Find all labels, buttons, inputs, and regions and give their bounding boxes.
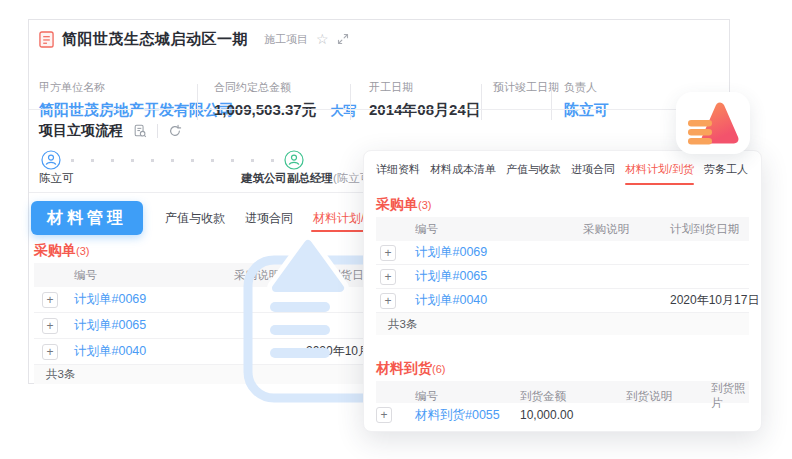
field-contract-amount: 合同约定总金额 1,009,503.37元大写 [214, 80, 357, 120]
plan-order-link[interactable]: 计划单#0040 [74, 343, 234, 360]
col-desc: 采购说明 [583, 222, 670, 237]
expand-row-button[interactable]: + [42, 292, 58, 308]
expand-icon[interactable] [337, 33, 349, 45]
section-title-text: 采购单 [376, 196, 418, 212]
divider [197, 84, 198, 120]
expand-row-button[interactable]: + [42, 344, 58, 360]
app-logo-icon [684, 99, 742, 147]
col-date: 计划到货日期 [670, 222, 749, 237]
uppercase-link[interactable]: 大写 [331, 103, 357, 118]
window-title-row: 简阳世茂生态城启动区一期 施工项目 ☆ [39, 26, 349, 52]
project-title: 简阳世茂生态城启动区一期 [62, 30, 248, 49]
expand-row-button[interactable]: + [380, 293, 396, 309]
section-count: (3) [76, 245, 89, 257]
plan-order-link[interactable]: 计划单#0065 [415, 268, 583, 285]
field-label: 合同约定总金额 [214, 80, 357, 95]
field-finish-date: 预计竣工日期 [493, 80, 559, 101]
table-row: + 计划单#0065 [376, 265, 749, 289]
flow-end-label: 建筑公司副总经理(陈立可) [241, 171, 375, 186]
section-title-text: 材料到货 [376, 360, 432, 376]
divider [481, 84, 482, 120]
tab-input-contract[interactable]: 进项合同 [239, 197, 299, 239]
col-desc: 采购说明 [234, 268, 306, 283]
field-label: 负责人 [564, 80, 609, 95]
cell-date: 2020年10月17日 [670, 292, 759, 309]
tab-output-payment[interactable]: 产值与收款 [506, 162, 561, 177]
plan-order-link[interactable]: 计划单#0069 [74, 291, 234, 308]
col-number: 编号 [74, 268, 234, 283]
flow-header: 项目立项流程 [39, 122, 182, 140]
tab-detail-info[interactable]: 详细资料 [376, 162, 420, 177]
material-management-button[interactable]: 材料管理 [31, 201, 143, 235]
table-header-row: 编号 采购说明 计划到货日期 [376, 217, 749, 241]
field-label: 甲方单位名称 [39, 80, 234, 95]
col-number: 编号 [415, 222, 583, 237]
flow-refresh-icon[interactable] [168, 124, 182, 138]
field-owner: 负责人 陈立可 [564, 80, 609, 120]
table-row: + 计划单#0040 2020年10月17日 [376, 289, 749, 313]
tab-labor-workers[interactable]: 劳务工人 [704, 162, 748, 177]
app-logo-card [676, 92, 750, 154]
field-label: 开工日期 [369, 80, 481, 95]
flow-start-label: 陈立可 [39, 171, 74, 186]
flow-preview-icon[interactable] [133, 124, 147, 138]
flow-end-role: 建筑公司副总经理 [241, 172, 333, 184]
expand-row-button[interactable]: + [380, 245, 396, 261]
arrival-order-link[interactable]: 材料到货#0055 [415, 407, 520, 424]
table-footer: 共3条 [376, 313, 749, 335]
cell-amount: 10,000.00 [520, 408, 626, 422]
tab-material-plan[interactable]: 材料计划/到货 [625, 162, 694, 177]
col-number: 编号 [415, 389, 520, 404]
plan-order-link[interactable]: 计划单#0065 [74, 317, 234, 334]
field-start-date: 开工日期 2014年08月24日 [369, 80, 481, 120]
divider [551, 84, 552, 120]
arrival-section: 材料到货(6) 编号 到货金额 到货说明 到货照片 + 材料到货#0055 10… [376, 359, 749, 427]
document-icon [39, 31, 54, 48]
detail-panel: 详细资料 材料成本清单 产值与收款 进项合同 材料计划/到货 劳务工人 采购单(… [363, 150, 762, 432]
flow-start-user-icon [41, 150, 61, 170]
field-label: 预计竣工日期 [493, 80, 559, 95]
divider [157, 124, 158, 138]
flow-connector [71, 159, 279, 162]
col-desc: 到货说明 [626, 389, 711, 404]
expand-row-button[interactable]: + [42, 318, 58, 334]
purchase-section: 采购单(3) 编号 采购说明 计划到货日期 + 计划单#0069 + 计划单#0… [376, 195, 749, 335]
arrival-section-title: 材料到货(6) [376, 359, 749, 381]
section-count: (6) [432, 363, 445, 375]
star-icon[interactable]: ☆ [316, 32, 329, 46]
table-row: + 计划单#0069 [376, 241, 749, 265]
expand-row-button[interactable]: + [376, 407, 392, 423]
tab-material-cost-list[interactable]: 材料成本清单 [430, 162, 496, 177]
divider [29, 109, 729, 110]
panel-tab-bar: 详细资料 材料成本清单 产值与收款 进项合同 材料计划/到货 劳务工人 [376, 151, 755, 187]
section-title-text: 采购单 [34, 242, 76, 258]
tab-output-payment[interactable]: 产值与收款 [159, 197, 231, 239]
divider [350, 84, 351, 120]
field-party-a: 甲方单位名称 简阳世茂房地产开发有限公司 [39, 80, 234, 120]
tab-input-contract[interactable]: 进项合同 [571, 162, 615, 177]
expand-row-button[interactable]: + [380, 269, 396, 285]
section-count: (3) [418, 199, 431, 211]
flow-end-user-icon [284, 150, 304, 170]
plan-order-link[interactable]: 计划单#0040 [415, 292, 583, 309]
flow-title: 项目立项流程 [39, 122, 123, 140]
purchase-section-title: 采购单(3) [376, 195, 749, 217]
table-row: + 材料到货#0055 10,000.00 [376, 403, 749, 427]
col-photo: 到货照片 [711, 381, 749, 411]
table-header-row: 编号 到货金额 到货说明 到货照片 [376, 381, 749, 403]
col-amount: 到货金额 [520, 389, 626, 404]
plan-order-link[interactable]: 计划单#0069 [415, 244, 583, 261]
project-type-tag: 施工项目 [264, 32, 308, 47]
